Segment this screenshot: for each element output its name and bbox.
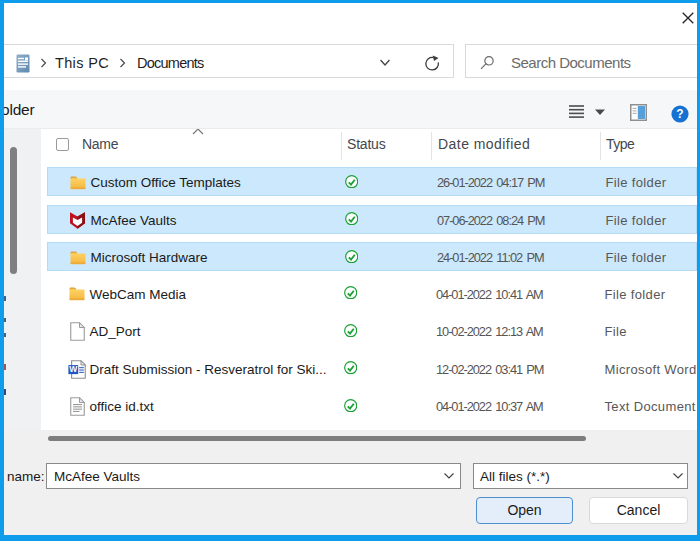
svg-text:?: ? — [676, 107, 683, 121]
